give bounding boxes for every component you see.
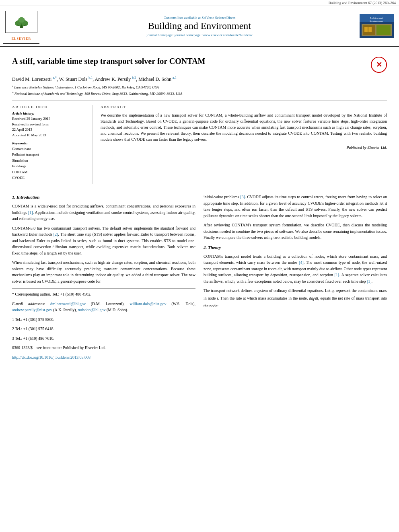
revised-date: 22 April 2013	[12, 127, 86, 133]
article-title-row: A stiff, variable time step transport so…	[12, 57, 387, 73]
ref2: [2]	[53, 232, 58, 236]
journal-cover-image: Building and Environment	[360, 14, 396, 38]
received-revised-label: Received in revised form	[12, 122, 86, 127]
doi-line[interactable]: http://dx.doi.org/10.1016/j.buildenv.201…	[12, 354, 195, 361]
keywords-section: Keywords: Contaminant Pollutant transpor…	[12, 141, 86, 181]
sciverse-link: Contents lists available at SciVerse Sci…	[43, 16, 356, 20]
abstract-section: ABSTRACT We describe the implementation …	[101, 105, 387, 184]
footnote-2: 2 Tel.: +1 (301) 975 6418.	[12, 326, 195, 332]
section2-heading: 2. Theory	[204, 244, 387, 251]
journal-header: ELSEVIER Contents lists available at Sci…	[0, 6, 399, 47]
abstract-heading: ABSTRACT	[101, 105, 387, 109]
author-sohn: Michael D. Sohn a,3	[138, 76, 176, 82]
article-meta: ARTICLE INFO Article history: Received 2…	[12, 101, 387, 188]
footnote-1: 1 Tel.: +1 (301) 975 5860.	[12, 316, 195, 323]
author-dols: W. Stuart Dols b,1,	[59, 76, 94, 82]
email-persily[interactable]: andrew.persily@nist.gov	[12, 308, 52, 312]
ref5: [1]	[334, 273, 339, 277]
body-left-column: 1. Introduction CONTAM is a widely-used …	[12, 194, 195, 364]
published-by: Published by Elsevier Ltd.	[101, 146, 387, 150]
svg-rect-15	[364, 27, 368, 32]
section1-heading: 1. Introduction	[12, 194, 195, 201]
crossmark-badge: ✕	[371, 57, 387, 73]
elsevier-logo: ELSEVIER	[3, 8, 39, 44]
elsevier-brand-text: ELSEVIER	[12, 37, 31, 41]
journal-title-header: Building and Environment	[43, 21, 356, 31]
footnotes: * Corresponding author. Tel.: +1 (510) 4…	[12, 288, 195, 360]
svg-text:Environment: Environment	[370, 20, 383, 23]
elsevier-box	[5, 11, 37, 33]
main-content: A stiff, variable time step transport so…	[0, 47, 399, 368]
keyword-cvode: CVODE	[12, 175, 86, 181]
email-dols[interactable]: william.dols@nist.gov	[130, 302, 167, 306]
affiliations: a Lawrence Berkeley National Laboratory,…	[12, 84, 387, 97]
section1-para3: When simulating fast transport mechanism…	[12, 259, 195, 284]
journal-homepage: journal homepage: journal homepage: www.…	[43, 33, 356, 37]
section1right-para1: initial-value problems [3]. CVODE adjust…	[204, 194, 387, 219]
section2-para2: The transport network defines a system o…	[204, 288, 387, 309]
section1-para1: CONTAM is a widely-used tool for predict…	[12, 203, 195, 222]
ref4: [4]	[299, 260, 304, 265]
footer-issn: 0360-1323/$ – see front matter Published…	[12, 345, 195, 351]
article-history: Article history: Received 29 January 201…	[12, 111, 86, 138]
authors-line: David M. Lorenzetti a,*, W. Stuart Dols …	[12, 76, 387, 82]
section2-para1: CONTAM's transport model treats a buildi…	[204, 253, 387, 285]
sciverse-text-pre: Contents lists available at	[164, 16, 202, 20]
email-lorenzetti[interactable]: dmlorenzetti@lbl.gov	[50, 302, 86, 306]
keywords-label: Keywords:	[12, 141, 86, 145]
affiliation-a: a Lawrence Berkeley National Laboratory,…	[12, 84, 387, 90]
author-lorenzetti: David M. Lorenzetti a,*,	[12, 76, 58, 82]
ref3: [3]	[240, 195, 245, 199]
sciverse-link-text[interactable]: SciVerse ScienceDirect	[202, 16, 235, 20]
footnote-3: 3 Tel.: +1 (510) 486 7610.	[12, 335, 195, 342]
crossmark-icon: ✕	[376, 60, 382, 69]
received-date: Received 29 January 2013	[12, 116, 86, 122]
cover-image-box: Building and Environment	[360, 14, 394, 38]
affiliation-b: b National Institute of Standards and Te…	[12, 90, 387, 97]
keyword-simulation: Simulation	[12, 158, 86, 163]
ref6: [1]	[367, 279, 372, 283]
svg-text:Building and: Building and	[370, 17, 383, 19]
svg-rect-14	[376, 25, 391, 35]
email-sohn[interactable]: mdsohn@lbl.gov	[78, 308, 106, 312]
accepted-date: Accepted 10 May 2013	[12, 133, 86, 138]
author-persily: Andrew K. Persily b,2,	[95, 76, 138, 82]
homepage-label: journal homepage:	[146, 33, 174, 37]
body-columns: 1. Introduction CONTAM is a widely-used …	[12, 194, 387, 364]
keyword-contam: CONTAM	[12, 169, 86, 175]
keyword-pollutant: Pollutant transport	[12, 152, 86, 157]
article-info-heading: ARTICLE INFO	[12, 105, 86, 109]
history-label: Article history:	[12, 111, 86, 115]
article-title-text: A stiff, variable time step transport so…	[12, 57, 367, 66]
elsevier-tree-svg	[10, 15, 33, 29]
journal-center: Contents lists available at SciVerse Sci…	[43, 16, 356, 37]
ref1: [1]	[28, 210, 33, 215]
footnote-corresponding: * Corresponding author. Tel.: +1 (510) 4…	[12, 291, 195, 298]
keyword-buildings: Buildings	[12, 163, 86, 169]
article-info-panel: ARTICLE INFO Article history: Received 2…	[12, 105, 93, 184]
body-right-column: initial-value problems [3]. CVODE adjust…	[204, 194, 387, 364]
svg-point-4	[18, 17, 25, 23]
journal-citation: Building and Environment 67 (2013) 260–2…	[329, 1, 396, 5]
top-banner: Building and Environment 67 (2013) 260–2…	[0, 0, 399, 6]
cover-svg: Building and Environment	[360, 14, 394, 38]
footnote-emails: E-mail addresses: dmlorenzetti@lbl.gov (…	[12, 301, 195, 313]
svg-rect-16	[368, 27, 372, 32]
abstract-text: We describe the implementation of a new …	[101, 112, 387, 142]
keyword-contaminant: Contaminant	[12, 146, 86, 152]
section1-para2: CONTAM-3.0 has two contaminant transport…	[12, 225, 195, 257]
section1right-para2: After reviewing CONTAM's transport syste…	[204, 222, 387, 241]
homepage-url[interactable]: journal homepage: www.elsevier.com/locat…	[175, 33, 253, 37]
